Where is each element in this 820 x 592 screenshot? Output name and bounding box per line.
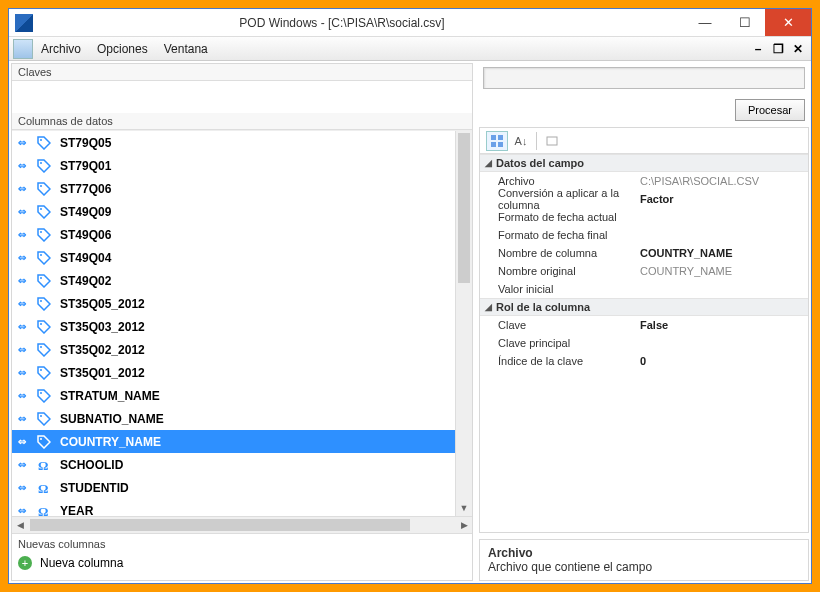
mdi-close-icon[interactable]: ✕ <box>791 42 805 56</box>
list-item[interactable]: ⇔ST35Q01_2012 <box>12 361 472 384</box>
list-item[interactable]: ⇔ST79Q05 <box>12 131 472 154</box>
new-column-row[interactable]: + Nueva columna <box>18 556 466 570</box>
column-name: ST35Q02_2012 <box>60 343 145 357</box>
mdi-minimize-icon[interactable]: – <box>751 42 765 56</box>
window-controls: — ☐ ✕ <box>685 9 811 36</box>
new-columns-area: Nuevas columnas + Nueva columna <box>12 533 472 580</box>
scroll-right-icon[interactable]: ▶ <box>456 517 472 533</box>
property-value[interactable]: COUNTRY_NAME <box>640 265 808 277</box>
mdi-restore-icon[interactable]: ❐ <box>771 42 785 56</box>
omega-icon: Ω <box>36 481 52 495</box>
description-box: Archivo Archivo que contiene el campo <box>479 539 809 581</box>
drag-handle-icon[interactable]: ⇔ <box>18 459 32 470</box>
column-name: ST49Q04 <box>60 251 111 265</box>
list-item[interactable]: ⇔ST49Q06 <box>12 223 472 246</box>
drag-handle-icon[interactable]: ⇔ <box>18 137 32 148</box>
procesar-button[interactable]: Procesar <box>735 99 805 121</box>
list-item[interactable]: ⇔ST79Q01 <box>12 154 472 177</box>
property-value[interactable]: COUNTRY_NAME <box>640 247 808 259</box>
property-row[interactable]: Nombre originalCOUNTRY_NAME <box>480 262 808 280</box>
column-name: STUDENTID <box>60 481 129 495</box>
scroll-down-icon[interactable]: ▼ <box>456 500 472 516</box>
property-category[interactable]: ◢Rol de la columna <box>480 298 808 316</box>
maximize-button[interactable]: ☐ <box>725 9 765 36</box>
property-row[interactable]: Formato de fecha final <box>480 226 808 244</box>
property-row[interactable]: Nombre de columnaCOUNTRY_NAME <box>480 244 808 262</box>
property-pages-icon[interactable] <box>541 131 563 151</box>
drag-handle-icon[interactable]: ⇔ <box>18 390 32 401</box>
svg-point-13 <box>40 438 42 440</box>
drag-handle-icon[interactable]: ⇔ <box>18 321 32 332</box>
drag-handle-icon[interactable]: ⇔ <box>18 298 32 309</box>
collapse-icon[interactable]: ◢ <box>480 158 496 168</box>
property-grid[interactable]: ◢Datos del campoArchivoC:\PISA\R\SOCIAL.… <box>480 154 808 532</box>
drag-handle-icon[interactable]: ⇔ <box>18 413 32 424</box>
list-item[interactable]: ⇔ST49Q09 <box>12 200 472 223</box>
property-row[interactable]: Índice de la clave0 <box>480 352 808 370</box>
menu-archivo[interactable]: Archivo <box>41 42 81 56</box>
svg-point-10 <box>40 369 42 371</box>
property-key: Nombre de columna <box>480 247 640 259</box>
property-value[interactable]: Factor <box>640 193 808 205</box>
left-pane: Claves Columnas de datos ⇔ST79Q05⇔ST79Q0… <box>11 63 473 581</box>
drag-handle-icon[interactable]: ⇔ <box>18 505 32 516</box>
list-item[interactable]: ⇔COUNTRY_NAME <box>12 430 472 453</box>
document-icon[interactable] <box>13 39 33 59</box>
menu-ventana[interactable]: Ventana <box>164 42 208 56</box>
property-row[interactable]: Valor inicial <box>480 280 808 298</box>
property-value[interactable]: False <box>640 319 808 331</box>
svg-text:Ω: Ω <box>38 458 48 472</box>
list-item[interactable]: ⇔ΩSTUDENTID <box>12 476 472 499</box>
description-text: Archivo que contiene el campo <box>488 560 800 574</box>
scroll-left-icon[interactable]: ◀ <box>12 517 28 533</box>
scroll-thumb[interactable] <box>458 133 470 283</box>
property-row[interactable]: ClaveFalse <box>480 316 808 334</box>
app-window: POD Windows - [C:\PISA\R\social.csv] — ☐… <box>8 8 812 584</box>
list-item[interactable]: ⇔ΩYEAR <box>12 499 472 516</box>
property-value[interactable]: C:\PISA\R\SOCIAL.CSV <box>640 175 808 187</box>
column-list[interactable]: ⇔ST79Q05⇔ST79Q01⇔ST77Q06⇔ST49Q09⇔ST49Q06… <box>12 130 472 516</box>
horizontal-scrollbar[interactable]: ◀ ▶ <box>12 516 472 533</box>
column-name: YEAR <box>60 504 93 517</box>
svg-text:Ω: Ω <box>38 481 48 495</box>
collapse-icon[interactable]: ◢ <box>480 302 496 312</box>
property-row[interactable]: Formato de fecha actual <box>480 208 808 226</box>
list-item[interactable]: ⇔ST49Q04 <box>12 246 472 269</box>
drag-handle-icon[interactable]: ⇔ <box>18 160 32 171</box>
close-button[interactable]: ✕ <box>765 9 811 36</box>
drag-handle-icon[interactable]: ⇔ <box>18 482 32 493</box>
property-row[interactable]: Conversión a aplicar a la columnaFactor <box>480 190 808 208</box>
hscroll-thumb[interactable] <box>30 519 410 531</box>
list-item[interactable]: ⇔ST35Q02_2012 <box>12 338 472 361</box>
drag-handle-icon[interactable]: ⇔ <box>18 206 32 217</box>
list-item[interactable]: ⇔ST49Q02 <box>12 269 472 292</box>
property-category[interactable]: ◢Datos del campo <box>480 154 808 172</box>
vertical-scrollbar[interactable]: ▲ ▼ <box>455 131 472 516</box>
menu-opciones[interactable]: Opciones <box>97 42 148 56</box>
property-row[interactable]: Clave principal <box>480 334 808 352</box>
property-value[interactable]: 0 <box>640 355 808 367</box>
list-item[interactable]: ⇔ST35Q05_2012 <box>12 292 472 315</box>
list-item[interactable]: ⇔ΩSCHOOLID <box>12 453 472 476</box>
column-name: ST35Q03_2012 <box>60 320 145 334</box>
svg-point-0 <box>40 139 42 141</box>
drag-handle-icon[interactable]: ⇔ <box>18 183 32 194</box>
process-input[interactable] <box>483 67 805 89</box>
drag-handle-icon[interactable]: ⇔ <box>18 367 32 378</box>
alphabetical-icon[interactable]: A↓ <box>510 131 532 151</box>
list-item[interactable]: ⇔STRATUM_NAME <box>12 384 472 407</box>
list-item[interactable]: ⇔ST35Q03_2012 <box>12 315 472 338</box>
property-key: Formato de fecha actual <box>480 211 640 223</box>
column-name: ST79Q01 <box>60 159 111 173</box>
drag-handle-icon[interactable]: ⇔ <box>18 229 32 240</box>
list-item[interactable]: ⇔ST77Q06 <box>12 177 472 200</box>
claves-drop-area[interactable] <box>12 81 472 113</box>
drag-handle-icon[interactable]: ⇔ <box>18 436 32 447</box>
categorized-icon[interactable] <box>486 131 508 151</box>
drag-handle-icon[interactable]: ⇔ <box>18 344 32 355</box>
column-name: ST79Q05 <box>60 136 111 150</box>
drag-handle-icon[interactable]: ⇔ <box>18 252 32 263</box>
list-item[interactable]: ⇔SUBNATIO_NAME <box>12 407 472 430</box>
minimize-button[interactable]: — <box>685 9 725 36</box>
drag-handle-icon[interactable]: ⇔ <box>18 275 32 286</box>
